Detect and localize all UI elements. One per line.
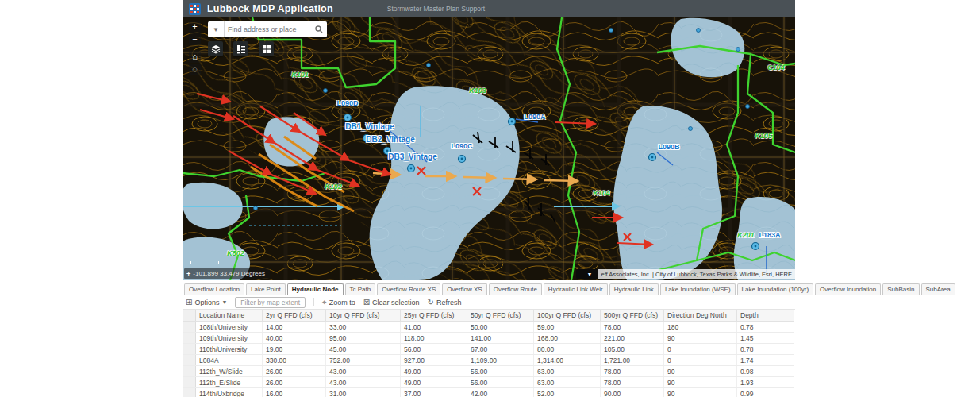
crosshair-icon: + [186,270,190,278]
map-label-k101[interactable]: K101 [291,71,309,79]
map-label-l090b[interactable]: L090B [658,143,679,151]
table-cell: 90 [664,377,737,388]
table-row[interactable]: 112th_W/Slide26.0043.0049.0056.0063.0078… [183,366,794,377]
column-header-25yr-q-ffd-cfs[interactable]: 25yr Q FFD (cfs) [401,310,467,322]
column-header-location-name[interactable]: Location Name [196,310,263,322]
layers-widget-button[interactable] [208,41,223,56]
locate-button[interactable]: ◌ [189,64,201,75]
zoom-out-button[interactable]: − [189,33,201,45]
column-header-10yr-q-ffd-cfs[interactable]: 10yr Q FFD (cfs) [326,310,401,322]
table-cell: 14.00 [263,322,326,333]
zoom-to-button[interactable]: ⌖ Zoom to [322,299,355,306]
tab-overflow-xs[interactable]: Overflow XS [442,283,486,295]
table-cell: 221.00 [601,333,664,344]
map-label-l183a[interactable]: L183A [759,231,780,239]
tab-overflow-location[interactable]: Overflow Location [184,283,244,295]
table-row[interactable]: 114th/Uxbridge16.0031.0037.0042.0052.009… [183,388,794,397]
table-cell: 33.00 [326,322,401,333]
tab-hydraulic-node[interactable]: Hydraulic Node [287,283,344,295]
table-cell: 114th/Uxbridge [196,388,263,397]
tab-lake-inundation-wse[interactable]: Lake Inundation (WSE) [660,283,736,295]
map-label-k105[interactable]: K105 [755,132,772,140]
row-selector[interactable] [183,388,196,397]
map-canvas[interactable]: K101K103C104K105K102K104K201K802L090DDB1… [183,17,795,280]
tab-overflow-route[interactable]: Overflow Route [489,283,542,295]
map-label-l090c[interactable]: L090C [451,142,472,150]
column-header-500yr-q-ffd-cfs[interactable]: 500yr Q FFD (cfs) [601,310,664,322]
column-header-50yr-q-ffd-cfs[interactable]: 50yr Q FFD (cfs) [467,310,534,322]
tab-subbasin[interactable]: SubBasin [882,283,919,295]
tab-hydraulic-link[interactable]: Hydraulic Link [609,283,659,295]
table-toolbar: ⊞ Options ▼ Filter by map extent ⌖ Zoom … [183,295,795,310]
tab-lake-inundation-100yr[interactable]: Lake Inundation (100yr) [737,283,814,295]
map-label-k103[interactable]: K103 [469,87,486,94]
map-label-db3-vintage[interactable]: DB3_Vintage [388,152,437,161]
table-cell: 112th_W/Slide [196,366,263,377]
table-cell: 1.74 [737,355,794,366]
row-selector[interactable] [183,377,196,388]
tab-subarea[interactable]: SubArea [921,283,955,295]
table-row[interactable]: 110th/University19.0045.0056.0067.0080.0… [183,344,794,355]
row-selector[interactable] [183,322,196,333]
refresh-button[interactable]: ↻ Refresh [428,299,462,306]
table-cell: 80.00 [534,344,601,355]
search-icon[interactable] [311,21,327,37]
search-source-dropdown[interactable]: ▼ [208,21,225,37]
map-label-k104[interactable]: K104 [593,189,610,197]
table-cell: 109th/University [196,333,263,344]
table-row[interactable]: L084A330.00752.00927.001,109.001,314.001… [183,355,794,366]
table-row[interactable]: 112th_E/Slide26.0043.0049.0056.0063.0078… [183,377,794,388]
search-input[interactable] [225,21,311,37]
table-cell: 110th/University [196,344,263,355]
table-cell: 49.00 [401,377,467,388]
clear-selection-button[interactable]: ⊠ Clear selection [363,299,420,306]
legend-widget-button[interactable] [233,41,248,56]
table-cell: 90 [664,366,737,377]
home-button[interactable]: ⌂ [189,51,201,63]
table-cell: 0.99 [737,388,794,397]
options-caret-icon: ▼ [221,299,227,305]
map-label-k102[interactable]: K102 [325,183,342,191]
row-selector[interactable] [183,355,196,366]
row-selector[interactable] [183,344,196,355]
table-cell: 26.00 [263,366,326,377]
row-selector[interactable] [183,366,196,377]
table-cell: 41.00 [401,322,467,333]
table-cell: 0.78 [737,344,794,355]
map-label-k802[interactable]: K802 [227,249,244,257]
tab-hydraulic-link-weir[interactable]: Hydraulic Link Weir [544,283,608,295]
column-header-direction-deg-north[interactable]: Direction Deg North [664,310,737,322]
map-label-db1-vintage[interactable]: DB1_Vintage [345,122,394,131]
table-cell: 16.00 [263,388,326,397]
options-button[interactable]: ⊞ Options ▼ [186,299,227,306]
clear-selection-icon: ⊠ [363,299,370,306]
table-row[interactable]: 108th/University14.0033.0041.0050.0059.0… [183,322,794,333]
map-label-l090a[interactable]: L090A [524,113,545,121]
filter-by-extent-button[interactable]: Filter by map extent [235,297,306,308]
attribute-table: Location Name2yr Q FFD (cfs)10yr Q FFD (… [183,310,794,397]
map-label-l090d[interactable]: L090D [336,99,358,107]
zoom-to-pin-icon: ⌖ [322,299,327,306]
tab-tc-path[interactable]: Tc Path [345,283,376,295]
tab-overflow-inundation[interactable]: Overflow Inundation [815,283,881,295]
coordinate-widget[interactable]: + -101.899 33.479 Degrees [184,268,270,279]
map-label-c104[interactable]: C104 [767,64,785,71]
table-cell: 40.00 [263,333,326,344]
row-selector[interactable] [183,333,196,344]
basemap-grid-icon [262,44,271,54]
column-header-100yr-q-ffd-cfs[interactable]: 100yr Q FFD (cfs) [534,310,601,322]
table-cell: 180 [664,322,737,333]
table-row[interactable]: 109th/University40.0095.00118.00141.0016… [183,333,794,344]
table-cell: 105.00 [601,344,664,355]
basemap-gallery-button[interactable] [259,41,274,56]
column-header-2yr-q-ffd-cfs[interactable]: 2yr Q FFD (cfs) [263,310,326,322]
table-cell: L084A [196,355,263,366]
zoom-in-button[interactable]: + [189,21,201,33]
table-cell: 108th/University [196,322,263,333]
map-label-k201[interactable]: K201 [737,231,755,239]
tab-lake-point[interactable]: Lake Point [246,283,286,295]
tab-overflow-route-xs[interactable]: Overflow Route XS [377,283,440,295]
table-cell: 50.00 [467,322,534,333]
map-label-db2-vintage[interactable]: DB2_Vintage [366,135,415,144]
column-header-depth[interactable]: Depth [737,310,794,322]
